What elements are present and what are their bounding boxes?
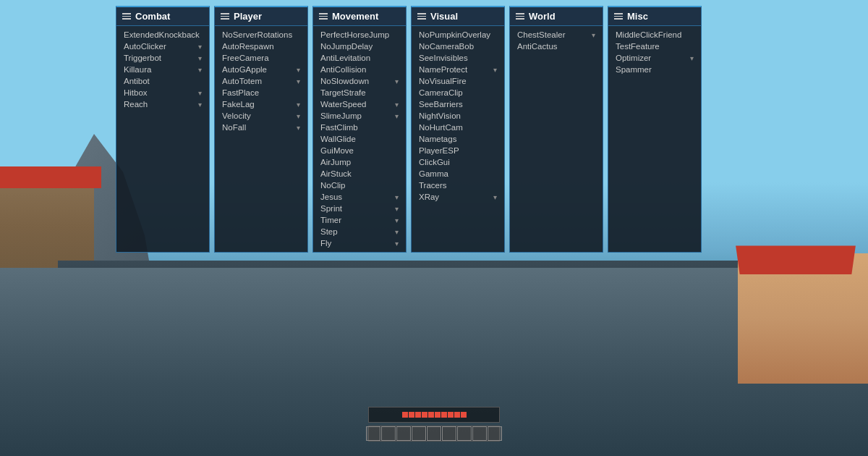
menu-item-spammer[interactable]: Spammer [608,64,701,75]
menu-item-label: NoPumpkinOverlay [419,30,490,39]
menu-header-world[interactable]: World [510,7,603,26]
menu-item-clickgui[interactable]: ClickGui [412,156,504,168]
hotbar-slot [427,426,441,441]
menu-item-sprint[interactable]: Sprint▾ [313,203,406,214]
menu-item-playeresp[interactable]: PlayerESP [412,145,504,156]
menu-item-label: TargetStrafe [320,88,366,97]
menu-item-label: ChestStealer [517,30,565,39]
hotbar-slot [457,426,472,441]
menu-item-timer[interactable]: Timer▾ [313,214,406,226]
menu-item-nameprotect[interactable]: NameProtect▾ [412,64,504,75]
menu-item-hitbox[interactable]: Hitbox▾ [116,87,209,98]
menu-item-noserverrotations[interactable]: NoServerRotations [215,29,307,41]
hearts-display [402,412,467,418]
menu-item-step[interactable]: Step▾ [313,226,406,237]
chevron-down-icon: ▾ [297,101,300,109]
menu-item-airjump[interactable]: AirJump [313,156,406,168]
menu-item-seebarriers[interactable]: SeeBarriers [412,98,504,110]
menu-item-nightvision[interactable]: NightVision [412,110,504,122]
menu-item-label: NoServerRotations [222,30,292,39]
menu-panel-combat: CombatExtendedKnockbackAutoClicker▾Trigg… [116,6,210,253]
menu-item-autorespawn[interactable]: AutoRespawn [215,41,307,52]
chevron-down-icon: ▾ [198,43,202,51]
menu-item-novisualfire[interactable]: NoVisualFire [412,75,504,87]
menu-item-label: Fly [320,239,331,248]
menu-item-extendedknockback[interactable]: ExtendedKnockback [116,29,209,41]
menu-item-anticactus[interactable]: AntiCactus [510,41,603,52]
menu-items-movement: PerfectHorseJumpNoJumpDelayAntiLevitatio… [313,26,406,252]
menu-item-killaura[interactable]: Killaura▾ [116,64,209,75]
menu-title-player: Player [234,11,262,22]
menu-item-autoclicker[interactable]: AutoClicker▾ [116,41,209,52]
chevron-down-icon: ▾ [395,205,399,213]
menu-item-fly[interactable]: Fly▾ [313,237,406,249]
hotbar-slot [396,426,411,441]
menu-item-tracers[interactable]: Tracers [412,180,504,191]
menu-header-combat[interactable]: Combat [116,7,209,26]
menu-item-freecamera[interactable]: FreeCamera [215,52,307,64]
menu-item-label: FastPlace [222,88,259,97]
menu-item-label: Triggerbot [124,54,161,62]
menu-item-label: AutoRespawn [222,42,274,51]
menu-item-antilevitation[interactable]: AntiLevitation [313,52,406,64]
menu-item-jesus[interactable]: Jesus▾ [313,191,406,203]
menu-item-middleclickfriend[interactable]: MiddleClickFriend [608,29,701,41]
menu-item-noslowdown[interactable]: NoSlowdown▾ [313,75,406,87]
heart-pip [422,412,427,418]
menu-header-visual[interactable]: Visual [412,7,504,26]
menu-item-testfeature[interactable]: TestFeature [608,41,701,52]
menu-item-nojumpdelay[interactable]: NoJumpDelay [313,41,406,52]
menu-item-wallglide[interactable]: WallGlide [313,133,406,145]
hud-bottom [368,407,500,442]
menu-item-waterspeed[interactable]: WaterSpeed▾ [313,98,406,110]
menu-item-label: Tracers [419,181,447,190]
menu-item-label: Killaura [124,65,151,74]
chevron-down-icon: ▾ [297,66,300,74]
menu-item-autogapple[interactable]: AutoGApple▾ [215,64,307,75]
menu-item-cameraclip[interactable]: CameraClip [412,87,504,98]
menu-item-noclip[interactable]: NoClip [313,180,406,191]
menu-item-antibot[interactable]: Antibot [116,75,209,87]
menu-item-gamma[interactable]: Gamma [412,168,504,180]
menu-item-xray[interactable]: XRay▾ [412,191,504,203]
hotbar-slot [366,426,380,441]
heart-pip [402,412,408,418]
menu-item-autototem[interactable]: AutoTotem▾ [215,75,307,87]
menu-item-slimejump[interactable]: SlimeJump▾ [313,110,406,122]
menu-header-player[interactable]: Player [215,7,307,26]
menu-panel-misc: MiscMiddleClickFriendTestFeatureOptimize… [608,6,702,253]
menu-item-perfecthorsejump[interactable]: PerfectHorseJump [313,29,406,41]
menu-items-world: ChestStealer▾AntiCactus [510,26,603,55]
menus-container: CombatExtendedKnockbackAutoClicker▾Trigg… [116,6,868,253]
menu-item-triggerbot[interactable]: Triggerbot▾ [116,52,209,64]
menu-item-nohurtcam[interactable]: NoHurtCam [412,122,504,133]
menu-item-fastplace[interactable]: FastPlace [215,87,307,98]
menu-item-nofall[interactable]: NoFall▾ [215,122,307,133]
menu-header-misc[interactable]: Misc [608,7,701,26]
menu-item-seeinvisibles[interactable]: SeeInvisibles [412,52,504,64]
menu-item-label: FastClimb [320,123,358,132]
chevron-down-icon: ▾ [493,66,497,74]
menu-item-velocity[interactable]: Velocity▾ [215,110,307,122]
menu-item-airstuck[interactable]: AirStuck [313,168,406,180]
menu-item-guimove[interactable]: GuiMove [313,145,406,156]
menu-header-movement[interactable]: Movement [313,7,406,26]
menu-item-fastclimb[interactable]: FastClimb [313,122,406,133]
menu-items-visual: NoPumpkinOverlayNoCameraBobSeeInvisibles… [412,26,504,206]
chevron-down-icon: ▾ [395,228,399,236]
menu-item-label: Hitbox [124,88,148,97]
menu-title-misc: Misc [627,11,648,22]
menu-item-label: CameraClip [419,88,463,97]
menu-item-nopumpkinoverlay[interactable]: NoPumpkinOverlay [412,29,504,41]
menu-item-nametags[interactable]: Nametags [412,133,504,145]
menu-item-cheststealer[interactable]: ChestStealer▾ [510,29,603,41]
menu-item-label: NoVisualFire [419,77,467,85]
menu-item-fakelag[interactable]: FakeLag▾ [215,98,307,110]
menu-item-reach[interactable]: Reach▾ [116,98,209,110]
menu-item-targetstrafe[interactable]: TargetStrafe [313,87,406,98]
menu-item-nocamerabob[interactable]: NoCameraBob [412,41,504,52]
menu-item-anticollision[interactable]: AntiCollision [313,64,406,75]
menu-item-optimizer[interactable]: Optimizer▾ [608,52,701,64]
hotbar-hearts-bar [368,407,500,423]
menu-panel-visual: VisualNoPumpkinOverlayNoCameraBobSeeInvi… [411,6,505,253]
